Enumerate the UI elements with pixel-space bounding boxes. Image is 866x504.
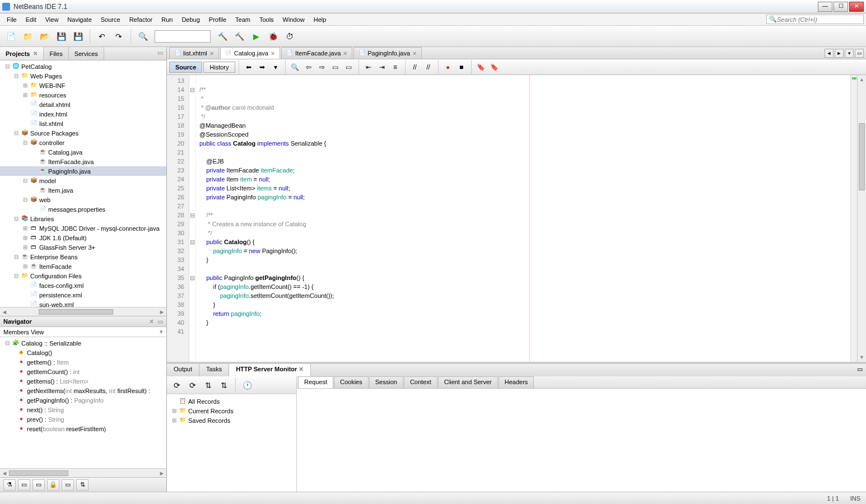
- menu-help[interactable]: Help: [309, 15, 331, 24]
- tree-row[interactable]: 📄index.html: [0, 109, 166, 119]
- editor-vscroll[interactable]: ▲ ▼: [857, 75, 866, 362]
- new-project-button[interactable]: 📁: [20, 29, 35, 44]
- comment-button[interactable]: //: [409, 61, 421, 73]
- tree-row[interactable]: ☕Item.java: [0, 185, 166, 195]
- search-input[interactable]: [777, 16, 861, 23]
- editor-tab[interactable]: 📄PagingInfo.java✕: [353, 47, 422, 59]
- open-button[interactable]: 📂: [37, 29, 52, 44]
- scroll-right-icon[interactable]: ►: [157, 309, 166, 315]
- fold-gutter[interactable]: ⊟⊟⊟⊟: [189, 75, 196, 362]
- prev-button[interactable]: ⇦: [302, 61, 315, 73]
- save-button[interactable]: 💾: [54, 29, 68, 44]
- tree-row[interactable]: ⊞📁Saved Records: [168, 416, 295, 425]
- reload-button[interactable]: ⟳: [170, 379, 184, 392]
- tree-twisty[interactable]: ⊟: [12, 216, 20, 222]
- sort-button[interactable]: ⇅: [202, 379, 215, 392]
- close-button[interactable]: ✕: [849, 2, 864, 12]
- filter-button[interactable]: ⚗: [3, 479, 16, 491]
- close-icon[interactable]: ✕: [271, 50, 275, 57]
- bookmark-button[interactable]: 🔖: [488, 61, 501, 73]
- menu-edit[interactable]: Edit: [21, 15, 41, 24]
- annotation-strip[interactable]: [850, 75, 857, 362]
- tree-row[interactable]: ⊞🗃JDK 1.6 (Default): [0, 233, 166, 242]
- filter-button[interactable]: ▭: [18, 479, 30, 491]
- minimize-panel-icon[interactable]: ▭: [854, 364, 866, 376]
- tree-row[interactable]: 📄sun-web.xml: [0, 300, 166, 307]
- stop-macro-button[interactable]: ■: [455, 61, 468, 73]
- close-icon[interactable]: ✕: [297, 366, 304, 372]
- sort-button[interactable]: ⇅: [217, 379, 231, 392]
- tree-twisty[interactable]: ⊟: [12, 254, 20, 260]
- monitor-tree[interactable]: 📋All Records⊞📁Current Records⊞📁Saved Rec…: [167, 394, 296, 492]
- bookmark-button[interactable]: 🔖: [475, 61, 487, 73]
- code-editor[interactable]: /** * * @author carol mcdonald */@Manage…: [196, 75, 850, 362]
- scroll-left-icon[interactable]: ◄: [0, 309, 9, 315]
- build-button[interactable]: 🔨: [215, 29, 230, 44]
- filter-button[interactable]: ▭: [62, 479, 74, 491]
- scroll-tabs-right[interactable]: ►: [835, 49, 844, 58]
- panel-tab-files[interactable]: Files: [44, 47, 68, 60]
- config-combo[interactable]: [155, 30, 211, 43]
- bottom-tab-output[interactable]: Output: [167, 364, 199, 376]
- highlight-button[interactable]: ▭: [329, 61, 342, 73]
- run-button[interactable]: ▶: [249, 29, 263, 44]
- panel-tab-services[interactable]: Services: [69, 47, 104, 60]
- menu-source[interactable]: Source: [96, 15, 125, 24]
- panel-tab-projects[interactable]: Projects✕: [0, 47, 44, 60]
- tree-row[interactable]: ⊟ 🧩 Catalog :: Serializable: [0, 338, 166, 348]
- member-row[interactable]: ●prev() : String: [0, 414, 166, 424]
- tree-twisty[interactable]: ⊞: [21, 244, 29, 250]
- tree-twisty[interactable]: ⊟: [3, 63, 11, 69]
- profile-button[interactable]: ⏱: [282, 29, 297, 44]
- tree-twisty[interactable]: ⊞: [21, 82, 29, 88]
- close-icon[interactable]: ✕: [33, 50, 38, 57]
- editor-tab[interactable]: 📄ItemFacade.java✕: [281, 47, 352, 59]
- scroll-up-icon[interactable]: ▲: [858, 75, 866, 84]
- tree-row[interactable]: 📄detail.xhtml: [0, 100, 166, 109]
- tree-row[interactable]: ⊞🗃GlassFish Server 3+: [0, 242, 166, 252]
- menu-team[interactable]: Team: [231, 15, 255, 24]
- tree-row[interactable]: ⊞☕ItemFacade: [0, 262, 166, 271]
- minimize-button[interactable]: —: [818, 2, 832, 12]
- tree-row[interactable]: 📄messages.properties: [0, 204, 166, 214]
- editor-area[interactable]: 1314151617181920212223242526272829303132…: [167, 75, 866, 362]
- scroll-down-icon[interactable]: ▼: [858, 353, 866, 362]
- tree-twisty[interactable]: ⊟: [12, 73, 20, 79]
- menu-debug[interactable]: Debug: [177, 15, 204, 24]
- search-button[interactable]: 🔍: [136, 29, 150, 44]
- menu-run[interactable]: Run: [157, 15, 177, 24]
- tree-row[interactable]: ⊞📁Current Records: [168, 406, 295, 416]
- tree-row[interactable]: ⊟📦controller: [0, 138, 166, 147]
- menu-view[interactable]: View: [41, 15, 63, 24]
- projects-hscroll[interactable]: ◄ ►: [0, 307, 166, 316]
- projects-tree[interactable]: ⊟🌐PetCatalog⊟📁Web Pages⊞📁WEB-INF⊞📁resour…: [0, 60, 166, 307]
- tree-twisty[interactable]: ⊞: [21, 235, 29, 241]
- monitor-subtab-headers[interactable]: Headers: [499, 376, 534, 388]
- member-row[interactable]: ●next() : String: [0, 405, 166, 414]
- monitor-subtab-context[interactable]: Context: [404, 376, 437, 388]
- menu-refactor[interactable]: Refactor: [125, 15, 157, 24]
- minimize-panel-icon[interactable]: ▭: [154, 47, 166, 60]
- save-all-button[interactable]: 💾: [71, 29, 85, 44]
- filter-button[interactable]: ▭: [32, 479, 45, 491]
- member-row[interactable]: ●getPagingInfo() : PagingInfo: [0, 395, 166, 405]
- toggle-button[interactable]: ▾: [269, 61, 282, 73]
- reload-button[interactable]: ⟳: [186, 379, 199, 392]
- member-row[interactable]: ●getItem() : Item: [0, 357, 166, 367]
- maximize-editor[interactable]: ▭: [855, 49, 864, 58]
- bottom-tab-tasks[interactable]: Tasks: [199, 364, 229, 376]
- tabs-dropdown[interactable]: ▾: [845, 49, 854, 58]
- monitor-subtab-session[interactable]: Session: [369, 376, 403, 388]
- shift-right-button[interactable]: ⇥: [376, 61, 388, 73]
- editor-tab[interactable]: 📄list.xhtml✕: [169, 47, 219, 59]
- tree-row[interactable]: ⊟📚Libraries: [0, 214, 166, 223]
- member-row[interactable]: ●reset(boolean resetFirstItem): [0, 424, 166, 433]
- tree-row[interactable]: ⊟📦Source Packages: [0, 128, 166, 138]
- menu-navigate[interactable]: Navigate: [63, 15, 96, 24]
- member-row[interactable]: ●getItems() : List<Item>: [0, 376, 166, 386]
- tree-row[interactable]: 📄persistence.xml: [0, 290, 166, 300]
- maximize-button[interactable]: ☐: [834, 2, 848, 12]
- scroll-right-icon[interactable]: ►: [157, 470, 166, 477]
- redo-button[interactable]: ↷: [111, 29, 126, 44]
- record-macro-button[interactable]: ●: [442, 61, 454, 73]
